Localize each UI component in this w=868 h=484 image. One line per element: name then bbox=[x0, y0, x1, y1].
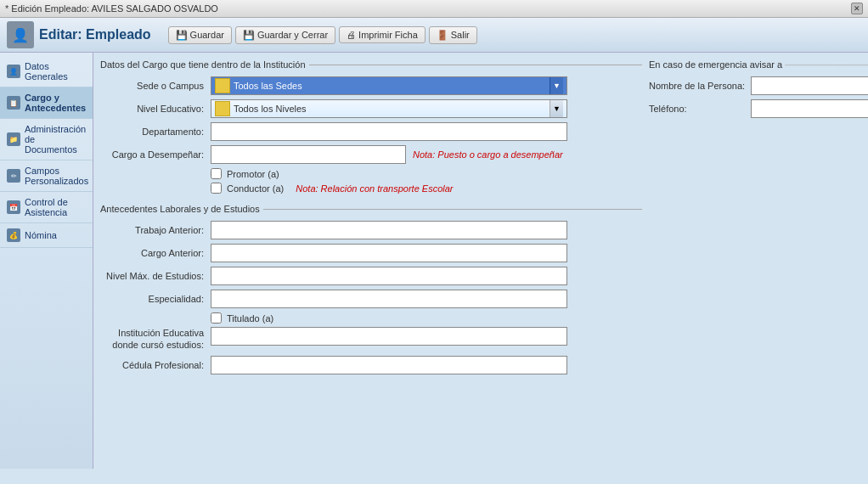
nivel-max-label: Nivel Máx. de Estudios: bbox=[100, 271, 211, 281]
sidebar-item-admin-docs[interactable]: 📁 Administración de Documentos bbox=[0, 119, 93, 160]
cargo-label: Cargo a Desempeñar: bbox=[100, 149, 211, 160]
cargo-icon: 📋 bbox=[7, 96, 20, 110]
promotor-checkbox[interactable] bbox=[211, 168, 222, 179]
especialidad-input[interactable] bbox=[211, 290, 567, 308]
sede-label: Sede o Campus bbox=[100, 81, 211, 91]
toolbar-title: 👤 Editar: Empleado bbox=[7, 21, 151, 48]
title-bar: * Edición Empleado: AVILES SALGADO OSVAL… bbox=[0, 0, 868, 18]
institucion-input[interactable] bbox=[211, 327, 567, 346]
trabajo-input[interactable] bbox=[211, 221, 567, 239]
departamento-label: Departamento: bbox=[100, 127, 211, 137]
save-button[interactable]: 💾 Guardar bbox=[168, 26, 232, 44]
antecedentes-section: Antecedentes Laborales y de Estudios Tra… bbox=[100, 204, 642, 374]
title-bar-close-button[interactable]: ✕ bbox=[851, 3, 863, 14]
datos-generales-icon: 👤 bbox=[7, 65, 20, 78]
promotor-label: Promotor (a) bbox=[227, 169, 279, 179]
nivel-select[interactable]: Todos los Niveles ▼ bbox=[211, 99, 567, 118]
right-panel: En caso de emergencia avisar a ─────────… bbox=[649, 59, 861, 462]
cedula-label: Cédula Profesional: bbox=[100, 360, 211, 370]
especialidad-row: Especialidad: bbox=[100, 290, 642, 308]
titulado-label: Titulado (a) bbox=[227, 313, 273, 324]
nivel-label: Nivel Educativo: bbox=[100, 104, 211, 114]
conductor-checkbox[interactable] bbox=[211, 183, 222, 194]
save-close-button[interactable]: 💾 Guardar y Cerrar bbox=[235, 26, 335, 44]
especialidad-label: Especialidad: bbox=[100, 294, 211, 304]
campos-icon: ✏ bbox=[7, 169, 20, 183]
telefono-label: Teléfono: bbox=[649, 104, 751, 114]
telefono-row: Teléfono: bbox=[649, 99, 861, 118]
departamento-input[interactable] bbox=[211, 122, 567, 141]
institucion-label: Institución Educativa donde cursó estudi… bbox=[100, 327, 211, 352]
cargo-ant-row: Cargo Anterior: bbox=[100, 244, 642, 262]
nivel-max-input[interactable] bbox=[211, 267, 567, 285]
asistencia-icon: 📅 bbox=[7, 200, 20, 214]
cargo-note: Nota: Puesto o cargo a desempeñar bbox=[413, 149, 563, 160]
exit-button[interactable]: 🚪 Salir bbox=[429, 26, 477, 44]
cargo-ant-input[interactable] bbox=[211, 244, 567, 262]
conductor-note: Nota: Relación con transporte Escolar bbox=[296, 183, 453, 194]
cedula-input[interactable] bbox=[211, 356, 567, 374]
nivel-select-icon bbox=[215, 101, 230, 116]
nomina-icon: 💰 bbox=[7, 228, 20, 242]
titulado-row: Titulado (a) bbox=[211, 312, 642, 324]
main-form: Datos del Cargo que tiene dentro de la I… bbox=[100, 59, 642, 462]
sede-dropdown-arrow[interactable]: ▼ bbox=[550, 77, 563, 94]
antecedentes-section-title: Antecedentes Laborales y de Estudios bbox=[100, 204, 642, 214]
sede-select[interactable]: Todos las Sedes ▼ bbox=[211, 76, 567, 95]
cargo-input[interactable] bbox=[211, 145, 406, 164]
nivel-dropdown-arrow[interactable]: ▼ bbox=[550, 100, 563, 117]
toolbar: 👤 Editar: Empleado 💾 Guardar 💾 Guardar y… bbox=[0, 18, 868, 53]
nombre-persona-label: Nombre de la Persona: bbox=[649, 81, 751, 91]
nombre-persona-row: Nombre de la Persona: bbox=[649, 76, 861, 95]
conductor-label: Conductor (a) bbox=[227, 183, 284, 194]
nivel-row: Nivel Educativo: Todos los Niveles ▼ bbox=[100, 99, 642, 118]
cargo-row: Cargo a Desempeñar: Nota: Puesto o cargo… bbox=[100, 145, 642, 164]
sede-value: Todos las Sedes bbox=[234, 81, 550, 91]
print-button[interactable]: 🖨 Imprimir Ficha bbox=[339, 26, 426, 43]
save-close-icon: 💾 bbox=[243, 30, 255, 41]
main-layout: 👤 Datos Generales 📋 Cargo y Antecedentes… bbox=[0, 53, 868, 469]
nivel-max-row: Nivel Máx. de Estudios: bbox=[100, 267, 642, 285]
title-bar-text: * Edición Empleado: AVILES SALGADO OSVAL… bbox=[5, 3, 218, 14]
emergencia-title: En caso de emergencia avisar a ─────────… bbox=[649, 59, 861, 70]
sidebar-item-nomina[interactable]: 💰 Nómina bbox=[0, 223, 93, 248]
institucion-row: Institución Educativa donde cursó estudi… bbox=[100, 327, 642, 352]
print-icon: 🖨 bbox=[347, 30, 356, 40]
trabajo-label: Trabajo Anterior: bbox=[100, 225, 211, 235]
sede-row: Sede o Campus Todos las Sedes ▼ bbox=[100, 76, 642, 95]
sidebar-item-control-asistencia[interactable]: 📅 Control de Asistencia bbox=[0, 192, 93, 223]
user-avatar: 👤 bbox=[7, 21, 34, 48]
departamento-row: Departamento: bbox=[100, 122, 642, 141]
cedula-row: Cédula Profesional: bbox=[100, 356, 642, 374]
save-icon: 💾 bbox=[176, 30, 188, 41]
trabajo-row: Trabajo Anterior: bbox=[100, 221, 642, 239]
conductor-row: Conductor (a) Nota: Relación con transpo… bbox=[211, 183, 642, 194]
sidebar: 👤 Datos Generales 📋 Cargo y Antecedentes… bbox=[0, 53, 93, 469]
cargo-ant-label: Cargo Anterior: bbox=[100, 248, 211, 258]
promotor-row: Promotor (a) bbox=[211, 168, 642, 179]
content-area: Datos del Cargo que tiene dentro de la I… bbox=[93, 53, 868, 469]
nivel-value: Todos los Niveles bbox=[234, 104, 550, 114]
sidebar-item-datos-generales[interactable]: 👤 Datos Generales bbox=[0, 56, 93, 87]
admin-docs-icon: 📁 bbox=[7, 132, 20, 146]
cargo-section-title: Datos del Cargo que tiene dentro de la I… bbox=[100, 59, 642, 70]
exit-icon: 🚪 bbox=[437, 30, 448, 41]
sede-select-icon bbox=[215, 78, 230, 93]
sidebar-item-cargo-antecedentes[interactable]: 📋 Cargo y Antecedentes bbox=[0, 87, 93, 119]
telefono-input[interactable] bbox=[751, 99, 868, 118]
nombre-persona-input[interactable] bbox=[751, 76, 868, 95]
titulado-checkbox[interactable] bbox=[211, 312, 222, 324]
sidebar-item-campos-personalizados[interactable]: ✏ Campos Personalizados bbox=[0, 160, 93, 192]
